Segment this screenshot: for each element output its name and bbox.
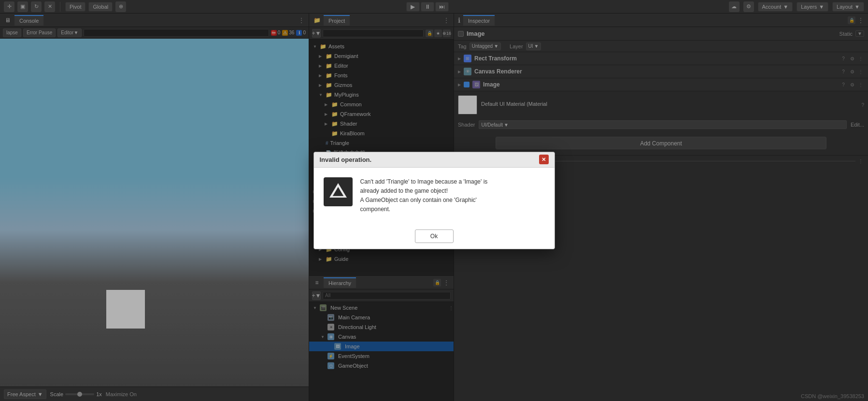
- dialog-footer: Ok: [314, 224, 555, 249]
- dialog-message-line2: already added to the game object!: [360, 187, 448, 194]
- unity-logo-icon: [324, 177, 353, 206]
- dialog-body: Can't add 'Triangle' to Image because a …: [314, 168, 555, 224]
- dialog-overlay: Invalid operation. ✕ Can't add 'Triangle…: [0, 0, 868, 401]
- dialog-title: Invalid operation.: [320, 156, 539, 163]
- dialog-message-line4: component.: [360, 206, 391, 213]
- dialog-message-line3: A GameObject can only contain one 'Graph…: [360, 197, 477, 203]
- invalid-operation-dialog: Invalid operation. ✕ Can't add 'Triangle…: [313, 152, 555, 250]
- dialog-ok-btn[interactable]: Ok: [415, 229, 454, 243]
- dialog-message: Can't add 'Triangle' to Image because a …: [360, 177, 545, 215]
- dialog-titlebar: Invalid operation. ✕: [314, 152, 555, 168]
- dialog-message-line1: Can't add 'Triangle' to Image because a …: [360, 178, 488, 185]
- dialog-close-btn[interactable]: ✕: [539, 155, 549, 164]
